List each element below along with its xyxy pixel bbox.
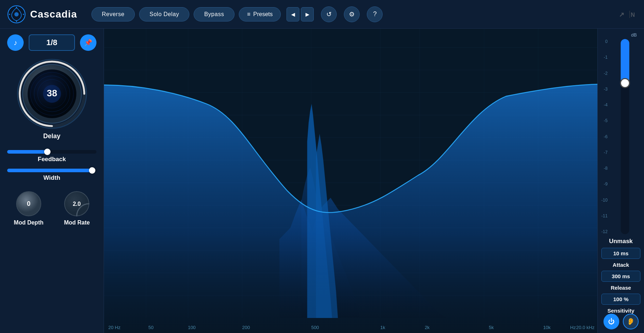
delay-knob-container: 38 Delay (16, 58, 88, 145)
db-n4: -4 (604, 102, 608, 107)
attack-value[interactable]: 10 ms (601, 248, 640, 259)
presets-label: Presets (253, 11, 273, 18)
left-top-controls: ♪ 1/8 📌 (7, 34, 96, 51)
sensitivity-label: Sensitivity (607, 308, 634, 314)
feedback-slider-section: Feedback (7, 150, 96, 163)
freq-label-5k: 5k (489, 325, 494, 330)
freq-label-hz: Hz (570, 325, 576, 330)
mod-rate-label: Mod Rate (64, 219, 90, 226)
width-slider[interactable] (7, 169, 96, 172)
delay-label: Delay (43, 132, 60, 140)
help-button[interactable]: ? (367, 6, 383, 22)
db-n1: -1 (604, 55, 608, 60)
svg-text:↗: ↗ (619, 11, 624, 18)
mod-rate-section: 2.0 Mod Rate (64, 191, 90, 226)
mod-rate-knob[interactable]: 2.0 (64, 191, 90, 217)
release-value[interactable]: 300 ms (601, 271, 640, 282)
release-label: Release (611, 285, 631, 291)
note-icon: ♪ (14, 39, 17, 47)
unmask-section: Unmask 10 ms Attack 300 ms Release 100 %… (601, 238, 640, 314)
center-panel: 20 Hz 50 100 200 500 1k 2k 5k 10k Hz 20.… (104, 29, 597, 333)
app-title: Cascadia (30, 9, 77, 20)
solo-delay-button[interactable]: Solo Delay (139, 7, 189, 21)
left-panel: ♪ 1/8 📌 (0, 29, 104, 333)
volume-fader-container (610, 39, 640, 234)
logo-area: Cascadia (7, 5, 77, 24)
next-preset-button[interactable]: ▶ (301, 7, 314, 21)
db-n12: -12 (601, 229, 607, 234)
unmask-label: Unmask (609, 238, 633, 245)
note-button[interactable]: ♪ (7, 34, 24, 51)
svg-point-1 (14, 12, 19, 16)
top-buttons: Reverse Solo Delay Bypass ≡ Presets ◀ ▶ … (91, 6, 383, 22)
right-panel: dB 0 -1 -2 -3 -4 -5 -6 -7 -8 -9 -10 -11 … (597, 29, 644, 333)
ear-button[interactable]: 👂 (623, 314, 639, 329)
width-label: Width (7, 174, 96, 182)
db-n5: -5 (604, 118, 608, 123)
db-n9: -9 (604, 182, 608, 187)
db-n11: -11 (601, 213, 607, 218)
eq-display: 20 Hz 50 100 200 500 1k 2k 5k 10k Hz 20.… (104, 29, 597, 333)
nav-arrows: ◀ ▶ (287, 7, 314, 21)
db-numbers: 0 -1 -2 -3 -4 -5 -6 -7 -8 -9 -10 -11 -12 (601, 39, 610, 234)
width-slider-section: Width (7, 169, 96, 182)
db-n3: -3 (604, 87, 608, 92)
ear-icon: 👂 (627, 318, 635, 325)
presets-list-icon: ≡ (247, 11, 250, 18)
db-n6: -6 (604, 134, 608, 139)
volume-fader-thumb[interactable] (620, 78, 630, 88)
pin-button[interactable]: 📌 (80, 34, 96, 51)
svg-text:N: N (631, 12, 635, 18)
db-scale: 0 -1 -2 -3 -4 -5 -6 -7 -8 -9 -10 -11 -12 (601, 39, 640, 234)
volume-fader[interactable] (621, 39, 629, 234)
mod-depth-label: Mod Depth (14, 219, 44, 226)
freq-label-20khz: 20.0 kHz (576, 325, 595, 330)
mod-knobs: 0 Mod Depth (7, 191, 96, 226)
svg-text:2.0: 2.0 (73, 201, 81, 207)
time-display[interactable]: 1/8 (29, 34, 75, 51)
sensitivity-value[interactable]: 100 % (601, 294, 640, 305)
feedback-label: Feedback (7, 156, 96, 163)
feedback-slider[interactable] (7, 150, 96, 154)
top-bar: Cascadia Reverse Solo Delay Bypass ≡ Pre… (0, 0, 644, 29)
top-right-logos: ↗ N (619, 9, 637, 20)
eq-svg (104, 29, 597, 333)
freq-label-100: 100 (188, 325, 196, 330)
pin-icon: 📌 (84, 39, 92, 47)
db-n7: -7 (604, 150, 608, 155)
freq-label-2k: 2k (425, 325, 430, 330)
prev-preset-button[interactable]: ◀ (287, 7, 299, 21)
db-n10: -10 (601, 198, 607, 203)
delay-knob[interactable]: 38 (16, 58, 88, 130)
mod-depth-section: 0 Mod Depth (14, 191, 44, 226)
freq-label-1k: 1k (380, 325, 385, 330)
freq-label-200: 200 (242, 325, 250, 330)
power-icon: ⏻ (608, 318, 615, 325)
app-container: Cascadia Reverse Solo Delay Bypass ≡ Pre… (0, 0, 644, 333)
db-n2: -2 (604, 71, 608, 76)
settings-button[interactable]: ⚙ (344, 6, 360, 22)
freq-label-50: 50 (148, 325, 153, 330)
freq-label-500: 500 (311, 325, 319, 330)
undo-button[interactable]: ↺ (321, 6, 337, 22)
presets-button[interactable]: ≡ Presets (239, 7, 281, 21)
reverse-button[interactable]: Reverse (91, 7, 135, 21)
bottom-icons: ⏻ 👂 (603, 314, 639, 329)
svg-text:0: 0 (27, 200, 30, 207)
db-n8: -8 (604, 166, 608, 171)
mod-depth-knob[interactable]: 0 (16, 191, 42, 217)
attack-label: Attack (613, 262, 629, 268)
db-label: dB (631, 32, 637, 38)
freq-label-20hz: 20 Hz (108, 325, 120, 330)
logo-icon (7, 5, 26, 24)
db-0: 0 (605, 39, 608, 44)
freq-label-10k: 10k (543, 325, 551, 330)
svg-text:38: 38 (47, 88, 57, 98)
bypass-button[interactable]: Bypass (194, 7, 234, 21)
power-button[interactable]: ⏻ (603, 314, 619, 329)
main-content: ♪ 1/8 📌 (0, 29, 644, 333)
brand-logo-1: ↗ N (619, 9, 637, 20)
